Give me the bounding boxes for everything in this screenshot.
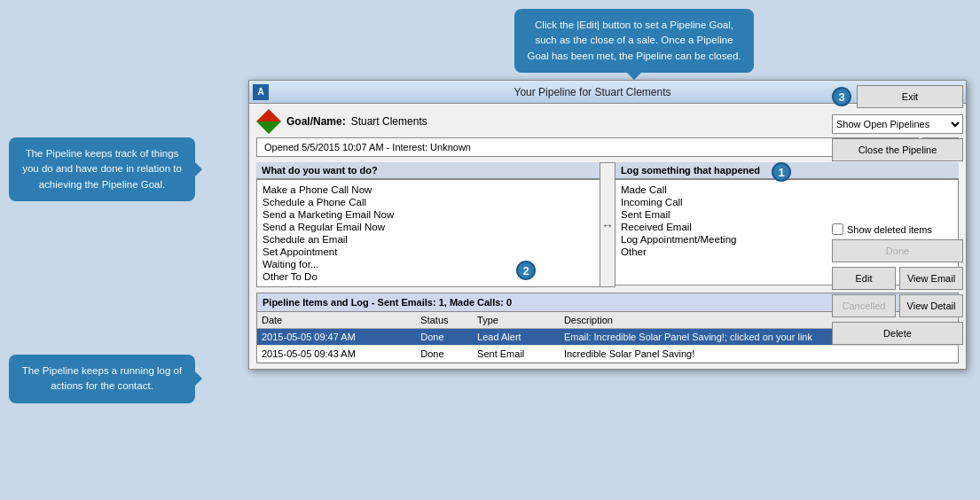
edit-item-button[interactable]: Edit xyxy=(832,267,896,290)
edit-view-email-row: Edit View Email xyxy=(832,267,963,290)
badge-3: 3 xyxy=(832,87,851,106)
list-item[interactable]: Waiting for... xyxy=(263,258,594,270)
cell-type: Lead Alert xyxy=(473,329,560,346)
badge-1: 1 xyxy=(772,162,791,182)
list-item[interactable]: Send a Regular Email Now xyxy=(263,221,594,233)
show-open-pipelines-select[interactable]: Show Open Pipelines Show Closed Pipeline… xyxy=(832,114,963,134)
close-pipeline-button[interactable]: Close the Pipeline xyxy=(832,138,963,161)
exit-button[interactable]: Exit xyxy=(857,85,963,108)
tooltip-left2: The Pipeline keeps a running log of acti… xyxy=(9,355,195,403)
cell-date: 2015-05-05 09:47 AM xyxy=(257,329,416,346)
list-item[interactable]: Set Appointment xyxy=(263,246,594,258)
goal-label: Goal/Name: xyxy=(286,115,346,128)
view-detail-button[interactable]: View Detail xyxy=(899,294,963,317)
cell-status: Done xyxy=(416,329,473,346)
list-item[interactable]: Other To Do xyxy=(263,270,594,283)
cancelled-button[interactable]: Cancelled xyxy=(832,294,896,317)
list-item[interactable]: Make a Phone Call Now xyxy=(263,184,594,196)
right-sidebar: 3 Exit Show Open Pipelines Show Closed P… xyxy=(827,80,968,350)
list-item[interactable]: Schedule an Email xyxy=(263,233,594,246)
col-date: Date xyxy=(257,312,416,329)
cell-status: Done xyxy=(416,346,473,363)
left-actions-list: Make a Phone Call Now Schedule a Phone C… xyxy=(257,180,600,286)
col-status: Status xyxy=(416,312,473,329)
cell-date: 2015-05-05 09:43 AM xyxy=(257,346,416,363)
col-type: Type xyxy=(473,312,560,329)
tooltip-top: Click the |Edit| button to set a Pipelin… xyxy=(514,9,754,73)
done-button[interactable]: Done xyxy=(832,239,963,262)
cancelled-view-detail-row: Cancelled View Detail xyxy=(832,294,963,317)
delete-button[interactable]: Delete xyxy=(832,322,963,345)
show-deleted-checkbox[interactable] xyxy=(832,223,843,235)
opened-select[interactable]: Opened 5/5/2015 10:07 AM - Interest: Unk… xyxy=(256,137,919,157)
tooltip-left1: The Pipeline keeps track of things you d… xyxy=(9,137,195,201)
window-title: Your Pipeline for Stuart Clements xyxy=(274,86,911,98)
show-deleted-label: Show deleted items xyxy=(847,224,932,235)
cell-type: Sent Email xyxy=(473,346,560,363)
view-email-button[interactable]: View Email xyxy=(899,267,963,290)
badge-2: 2 xyxy=(516,261,536,280)
left-panel-header: What do you want to do? xyxy=(256,162,600,179)
goal-icon xyxy=(256,109,281,134)
show-deleted-row: Show deleted items xyxy=(832,223,963,235)
list-item[interactable]: Schedule a Phone Call xyxy=(263,196,594,208)
app-icon: A xyxy=(253,84,269,100)
resize-handle[interactable]: ↔ xyxy=(600,162,615,287)
left-panel-section: What do you want to do? Make a Phone Cal… xyxy=(256,162,600,287)
list-item[interactable]: Send a Marketing Email Now xyxy=(263,208,594,221)
